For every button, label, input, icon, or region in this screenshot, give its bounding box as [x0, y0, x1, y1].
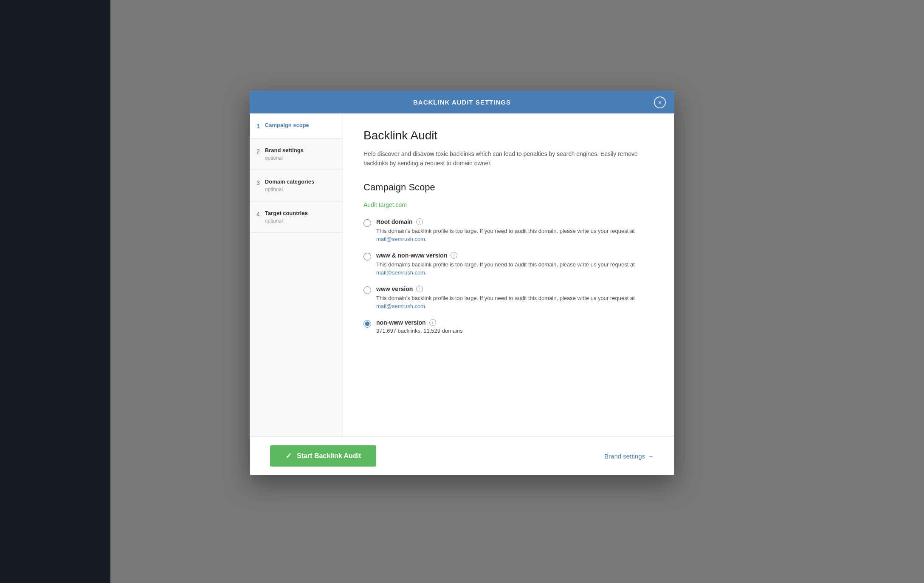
root-domain-email-link[interactable]: mail@semrush.com [376, 236, 425, 242]
radio-www-version: www version i This domain's backlink pro… [363, 286, 654, 311]
audit-domain: target.com [379, 201, 407, 208]
section-title: Campaign Scope [363, 182, 654, 193]
audit-target-line: Audit target.com [363, 201, 654, 208]
radio-root-domain-group: Root domain i This domain's backlink pro… [376, 218, 654, 243]
modal: BACKLINK AUDIT SETTINGS × 1 Campaign sco… [250, 91, 674, 475]
radio-root-domain-label-line: Root domain i [376, 218, 654, 225]
step-2[interactable]: 2 Brand settings optional [250, 139, 343, 170]
radio-www-non-www-label[interactable]: www & non-www version [376, 252, 447, 259]
step-3-labels: Domain categories optional [265, 178, 314, 192]
radio-non-www-version-input[interactable] [363, 320, 371, 328]
brand-settings-link-label: Brand settings [604, 453, 645, 460]
radio-www-version-description: This domain's backlink profile is too la… [376, 294, 654, 311]
modal-header: BACKLINK AUDIT SETTINGS × [250, 91, 674, 113]
www-version-info-icon[interactable]: i [416, 286, 423, 292]
www-non-www-info-icon[interactable]: i [451, 252, 457, 259]
modal-content: Backlink Audit Help discover and disavow… [343, 113, 674, 436]
step-2-subtitle: optional [265, 155, 304, 161]
radio-www-non-www-group: www & non-www version i This domain's ba… [376, 252, 654, 277]
radio-www-version-label[interactable]: www version [376, 286, 413, 292]
step-2-labels: Brand settings optional [265, 147, 304, 161]
step-2-number: 2 [256, 148, 260, 155]
step-1[interactable]: 1 Campaign scope [250, 113, 343, 139]
step-4[interactable]: 4 Target countries optional [250, 201, 343, 233]
non-www-version-info-icon[interactable]: i [429, 319, 436, 326]
step-2-title: Brand settings [265, 147, 304, 154]
step-3-subtitle: optional [265, 187, 314, 192]
steps-sidebar: 1 Campaign scope 2 Brand settings option… [250, 113, 343, 436]
close-button[interactable]: × [654, 96, 666, 108]
www-non-www-email-link[interactable]: mail@semrush.com [376, 269, 425, 276]
step-3[interactable]: 3 Domain categories optional [250, 170, 343, 201]
radio-www-non-www-input[interactable] [363, 253, 371, 260]
radio-non-www-version-label[interactable]: non-www version [376, 319, 426, 326]
radio-www-non-www-description: This domain's backlink profile is too la… [376, 260, 654, 277]
start-audit-button[interactable]: ✓ Start Backlink Audit [270, 445, 376, 467]
radio-non-www-version-label-line: non-www version i [376, 319, 463, 326]
checkmark-icon: ✓ [285, 451, 292, 461]
modal-title: BACKLINK AUDIT SETTINGS [413, 99, 511, 106]
arrow-icon: → [648, 453, 654, 460]
step-1-title: Campaign scope [265, 122, 309, 129]
modal-body: 1 Campaign scope 2 Brand settings option… [250, 113, 674, 436]
radio-www-version-group: www version i This domain's backlink pro… [376, 286, 654, 311]
audit-label: Audit [363, 201, 377, 208]
start-audit-label: Start Backlink Audit [297, 452, 361, 460]
step-3-title: Domain categories [265, 178, 314, 186]
radio-www-version-input[interactable] [363, 286, 371, 294]
radio-www-non-www: www & non-www version i This domain's ba… [363, 252, 654, 277]
radio-non-www-version: non-www version i 371,697 backlinks, 11,… [363, 319, 654, 334]
radio-root-domain-label[interactable]: Root domain [376, 218, 413, 225]
radio-non-www-version-group: non-www version i 371,697 backlinks, 11,… [376, 319, 463, 334]
step-4-subtitle: optional [265, 218, 308, 224]
radio-root-domain: Root domain i This domain's backlink pro… [363, 218, 654, 243]
step-1-labels: Campaign scope [265, 122, 309, 129]
close-icon: × [658, 99, 662, 106]
www-version-email-link[interactable]: mail@semrush.com [376, 303, 425, 309]
radio-non-www-version-stats: 371,697 backlinks, 11,529 domains [376, 328, 463, 334]
radio-root-domain-description: This domain's backlink profile is too la… [376, 227, 654, 243]
step-4-labels: Target countries optional [265, 210, 308, 224]
radio-root-domain-input[interactable] [363, 219, 371, 227]
step-1-number: 1 [256, 123, 260, 130]
brand-settings-link[interactable]: Brand settings → [604, 453, 654, 460]
modal-backdrop: BACKLINK AUDIT SETTINGS × 1 Campaign sco… [0, 0, 924, 583]
step-3-number: 3 [256, 179, 260, 186]
root-domain-info-icon[interactable]: i [416, 218, 423, 225]
radio-www-non-www-label-line: www & non-www version i [376, 252, 654, 259]
page-title: Backlink Audit [363, 129, 654, 142]
modal-footer: ✓ Start Backlink Audit Brand settings → [250, 436, 674, 475]
page-description: Help discover and disavow toxic backlink… [363, 149, 654, 168]
radio-www-version-label-line: www version i [376, 286, 654, 292]
step-4-title: Target countries [265, 210, 308, 217]
step-4-number: 4 [256, 211, 260, 218]
